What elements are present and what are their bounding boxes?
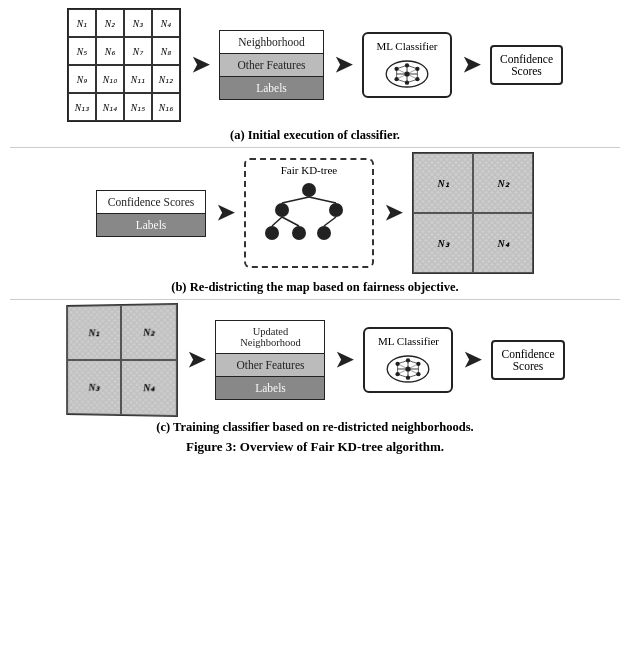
divider — [10, 147, 620, 148]
svg-point-50 — [406, 366, 411, 371]
kd-tree-box: Fair KD-tree — [244, 158, 374, 268]
svg-point-35 — [406, 358, 410, 362]
map-cell: N₁ — [68, 305, 122, 360]
arrow-icon: ➤ — [187, 349, 205, 371]
divider — [10, 299, 620, 300]
map-cell: N₄ — [473, 213, 533, 273]
svg-line-12 — [407, 79, 417, 82]
grid-cell: N₃ — [124, 9, 152, 37]
labels-row: Labels — [220, 77, 323, 99]
grid-cell: N₁ — [68, 9, 96, 37]
input-grid-a: N₁ N₂ N₃ N₄ N₅ N₆ N₇ N₈ N₉ N₁₀ N₁₁ N₁₂ N… — [67, 8, 181, 122]
svg-line-41 — [408, 360, 418, 363]
map-grid-c: N₁ N₂ N₃ N₄ — [67, 303, 179, 417]
map-cell: N₃ — [413, 213, 473, 273]
svg-line-30 — [324, 217, 336, 226]
grid-cell: N₁₄ — [96, 93, 124, 121]
map-cell: N₂ — [121, 304, 177, 360]
svg-line-29 — [282, 217, 299, 226]
map-cell: N₄ — [121, 360, 177, 416]
svg-point-23 — [265, 226, 279, 240]
grid-cell: N₅ — [68, 37, 96, 65]
section-a: N₁ N₂ N₃ N₄ N₅ N₆ N₇ N₈ N₉ N₁₀ N₁₁ N₁₂ N… — [10, 8, 620, 122]
grid-cell: N₉ — [68, 65, 96, 93]
conf-labels-box: Confidence Scores Labels — [96, 190, 206, 237]
kd-tree-diagram — [254, 178, 364, 258]
grid-cell: N₆ — [96, 37, 124, 65]
grid-cell: N₁₆ — [152, 93, 180, 121]
caption-a: (a) Initial execution of classifier. — [10, 128, 620, 143]
arrow-icon: ➤ — [384, 202, 402, 224]
svg-line-10 — [407, 65, 417, 68]
arrow-icon: ➤ — [216, 202, 234, 224]
ml-classifier-a: ML Classifier — [362, 32, 452, 98]
svg-point-22 — [329, 203, 343, 217]
grid-cell: N₁₅ — [124, 93, 152, 121]
svg-point-7 — [405, 81, 409, 85]
svg-line-40 — [398, 360, 408, 363]
confidence-label2: Scores — [500, 65, 553, 77]
feature-box-c: UpdatedNeighborhood Other Features Label… — [215, 320, 325, 400]
svg-line-42 — [398, 374, 408, 377]
grid-cell: N₁₀ — [96, 65, 124, 93]
grid-cell: N₈ — [152, 37, 180, 65]
svg-line-11 — [397, 79, 407, 82]
svg-line-27 — [309, 197, 336, 203]
grid-cell: N₁₂ — [152, 65, 180, 93]
arrow-icon: ➤ — [191, 54, 209, 76]
map-cell: N₃ — [68, 360, 122, 415]
map-cell: N₁ — [413, 153, 473, 213]
svg-point-19 — [404, 71, 409, 76]
caption-c: (c) Training classifier based on re-dist… — [10, 420, 620, 435]
grid-cell: N₇ — [124, 37, 152, 65]
svg-point-38 — [406, 376, 410, 380]
arrow-icon: ➤ — [463, 349, 481, 371]
svg-point-21 — [275, 203, 289, 217]
grid-cell: N₁₃ — [68, 93, 96, 121]
ml-label: ML Classifier — [376, 40, 437, 52]
kd-title: Fair KD-tree — [281, 164, 338, 176]
confidence-box-a: Confidence Scores — [490, 45, 563, 85]
brain-icon-c — [382, 351, 434, 387]
grid-cell: N₄ — [152, 9, 180, 37]
confidence-label-c2: Scores — [501, 360, 554, 372]
labels-row-c: Labels — [216, 377, 324, 399]
svg-point-20 — [302, 183, 316, 197]
figure-caption: Figure 3: Overview of Fair KD-tree algor… — [10, 439, 620, 455]
map-grid-b: N₁ N₂ N₃ N₄ — [412, 152, 534, 274]
arrow-icon: ➤ — [334, 54, 352, 76]
map-cell: N₂ — [473, 153, 533, 213]
svg-point-24 — [292, 226, 306, 240]
updated-neighborhood-row: UpdatedNeighborhood — [216, 321, 324, 354]
labels-row-b: Labels — [97, 214, 205, 236]
ml-label-c: ML Classifier — [378, 335, 439, 347]
confidence-label-c1: Confidence — [501, 348, 554, 360]
arrow-icon: ➤ — [462, 54, 480, 76]
svg-line-28 — [272, 217, 282, 226]
confidence-label: Confidence — [500, 53, 553, 65]
confidence-box-c: Confidence Scores — [491, 340, 564, 380]
grid-cell: N₂ — [96, 9, 124, 37]
other-features-row: Other Features — [220, 54, 323, 77]
section-c: N₁ N₂ N₃ N₄ ➤ UpdatedNeighborhood Other … — [10, 304, 620, 416]
confidence-scores-row: Confidence Scores — [97, 191, 205, 214]
neighborhood-row: Neighborhood — [220, 31, 323, 54]
caption-b: (b) Re-districting the map based on fair… — [10, 280, 620, 295]
svg-point-25 — [317, 226, 331, 240]
section-b: Confidence Scores Labels ➤ Fair KD-tree — [10, 152, 620, 274]
grid-cell: N₁₁ — [124, 65, 152, 93]
svg-line-9 — [397, 65, 407, 68]
brain-icon — [381, 56, 433, 92]
other-features-row-c: Other Features — [216, 354, 324, 377]
arrow-icon: ➤ — [335, 349, 353, 371]
svg-line-26 — [282, 197, 309, 203]
ml-classifier-c: ML Classifier — [363, 327, 453, 393]
feature-box-a: Neighborhood Other Features Labels — [219, 30, 324, 100]
svg-line-43 — [408, 374, 418, 377]
